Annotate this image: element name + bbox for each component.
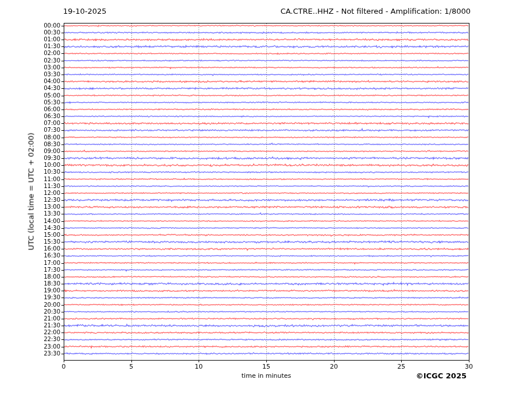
y-tick-label: 11:30: [0, 183, 60, 189]
y-tick-label: 03:00: [0, 65, 60, 71]
y-tick-label: 17:00: [0, 260, 60, 266]
y-tick-label: 01:30: [0, 44, 60, 49]
y-tick-label: 23:00: [0, 344, 60, 350]
y-tick-label: 08:30: [0, 142, 60, 147]
y-tick-label: 13:30: [0, 211, 60, 217]
y-tick-label: 07:30: [0, 127, 60, 133]
x-tick-label: 5: [129, 363, 133, 370]
station-title: CA.CTRE..HHZ - Not filtered - Amplificat…: [281, 7, 471, 15]
y-tick-label: 04:00: [0, 79, 60, 84]
y-tick-label: 15:00: [0, 232, 60, 238]
y-tick-label: 22:30: [0, 337, 60, 342]
x-tick-label: 10: [195, 363, 203, 370]
y-tick-label: 09:00: [0, 148, 60, 154]
y-tick-label: 06:30: [0, 114, 60, 119]
copyright-credit: ©ICGC 2025: [416, 371, 467, 380]
y-tick-label: 18:00: [0, 274, 60, 280]
x-tick-label: 20: [330, 363, 338, 370]
y-tick-label: 19:30: [0, 295, 60, 300]
y-tick-label: 00:00: [0, 23, 60, 29]
y-tick-label: 20:30: [0, 309, 60, 315]
y-tick-label: 16:30: [0, 253, 60, 259]
y-tick-label: 02:00: [0, 50, 60, 56]
helicorder-plot-canvas: [0, 0, 532, 399]
y-tick-label: 23:30: [0, 351, 60, 357]
y-tick-label: 17:30: [0, 267, 60, 273]
y-tick-label: 21:00: [0, 316, 60, 322]
helicorder-page: 19-10-2025 CA.CTRE..HHZ - Not filtered -…: [0, 0, 532, 399]
y-tick-label: 14:00: [0, 218, 60, 224]
y-tick-label: 04:30: [0, 85, 60, 91]
x-tick-label: 25: [397, 363, 405, 370]
y-tick-label: 03:30: [0, 72, 60, 77]
y-tick-label: 22:00: [0, 330, 60, 335]
y-tick-label: 13:00: [0, 204, 60, 210]
y-tick-label: 12:00: [0, 190, 60, 196]
date-title: 19-10-2025: [63, 7, 107, 15]
y-tick-label: 15:30: [0, 239, 60, 245]
y-tick-label: 10:30: [0, 169, 60, 175]
y-tick-label: 01:00: [0, 37, 60, 42]
y-tick-label: 12:30: [0, 197, 60, 203]
y-tick-label: 14:30: [0, 225, 60, 231]
y-tick-label: 05:30: [0, 100, 60, 105]
x-axis-title: time in minutes: [64, 372, 469, 380]
y-tick-label: 05:00: [0, 93, 60, 99]
y-tick-label: 06:00: [0, 107, 60, 112]
y-tick-label: 09:30: [0, 155, 60, 161]
y-tick-label: 20:00: [0, 302, 60, 308]
y-tick-label: 18:30: [0, 281, 60, 287]
y-tick-label: 10:00: [0, 162, 60, 168]
x-tick-label: 0: [62, 363, 66, 370]
y-tick-label: 00:30: [0, 30, 60, 36]
x-tick-label: 30: [465, 363, 473, 370]
y-tick-label: 21:30: [0, 323, 60, 328]
y-tick-label: 07:00: [0, 120, 60, 126]
y-tick-label: 02:30: [0, 58, 60, 64]
y-tick-label: 16:00: [0, 246, 60, 252]
y-tick-label: 08:00: [0, 135, 60, 140]
y-tick-label: 19:00: [0, 288, 60, 294]
y-tick-label: 11:00: [0, 177, 60, 182]
x-tick-label: 15: [262, 363, 270, 370]
